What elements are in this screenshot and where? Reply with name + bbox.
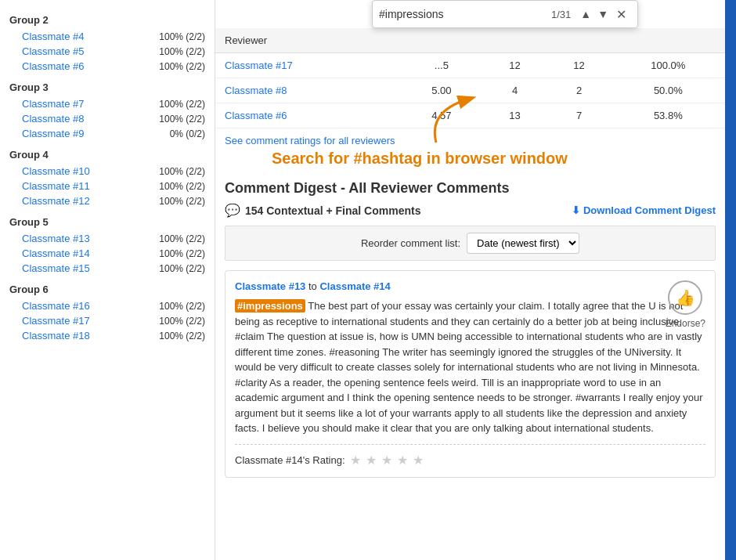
comment-icon: 💬 [225,203,240,218]
sidebar-item[interactable]: Classmate #5100% (2/2) [0,44,215,59]
sidebar-item[interactable]: Classmate #6100% (2/2) [0,59,215,74]
sidebar-item-score: 100% (2/2) [159,316,205,327]
sidebar-group-label: Group 3 [0,74,215,96]
sidebar-item[interactable]: Classmate #10100% (2/2) [0,164,215,179]
star-3: ★ [381,453,392,468]
arrow-graphic [413,96,507,150]
sidebar-item-name: Classmate #12 [22,195,90,207]
table-cell-3: 7 [547,103,612,128]
sidebar-item-score: 100% (2/2) [159,196,205,207]
count-text: 154 Contextual + Final Comments [245,204,420,217]
sidebar-item-score: 0% (0/2) [170,128,205,139]
search-count: 1/31 [551,9,571,20]
sidebar-item-score: 100% (2/2) [159,181,205,192]
sidebar-item-name: Classmate #13 [22,233,90,244]
rating-row: Classmate #14's Rating: ★ ★ ★ ★ ★ [235,453,705,468]
sidebar-item[interactable]: Classmate #8100% (2/2) [0,111,215,126]
sidebar-item-score: 100% (2/2) [159,248,205,259]
download-label: Download Comment Digest [583,204,716,216]
sidebar-item[interactable]: Classmate #16100% (2/2) [0,298,215,313]
reorder-bar: Reorder comment list: Date (newest first… [225,226,716,261]
sidebar-item-name: Classmate #11 [22,180,90,192]
search-next-button[interactable]: ▼ [594,6,612,22]
highlight-impressions: #impressions [235,299,305,313]
sidebar-item-score: 100% (2/2) [159,99,205,110]
star-4: ★ [397,453,408,468]
table-cell-4: 53.8% [612,103,725,128]
table-cell-3: 12 [547,53,612,78]
sidebar-item[interactable]: Classmate #90% (0/2) [0,126,215,141]
table-cell-4: 50.0% [612,78,725,103]
col-2 [400,28,482,53]
sidebar-item[interactable]: Classmate #14100% (2/2) [0,246,215,261]
star-5: ★ [413,453,424,468]
comment-digest-section: Comment Digest - All Reviewer Comments 💬… [215,171,725,478]
col-reviewer: Reviewer [215,28,400,53]
sidebar-item-name: Classmate #18 [22,330,90,341]
sidebar-item-score: 100% (2/2) [159,301,205,312]
table-cell-1: ...5 [400,53,482,78]
right-scrollbar-bar [725,0,736,560]
comment-body: The best part of your essay was certainl… [235,300,703,434]
star-1: ★ [350,453,361,468]
annotation-area: See comment ratings for all reviewers Se… [215,128,725,171]
sidebar-item-score: 100% (2/2) [159,233,205,244]
table-cell-0[interactable]: Classmate #8 [215,78,400,103]
rating-label: Classmate #14's Rating: [235,454,345,466]
sidebar-item-score: 100% (2/2) [159,46,205,57]
sidebar-item[interactable]: Classmate #13100% (2/2) [0,231,215,246]
download-comment-digest-link[interactable]: ⬇ Download Comment Digest [572,204,716,216]
col-3 [482,28,547,53]
sidebar-item-score: 100% (2/2) [159,61,205,72]
see-comment-ratings-link[interactable]: See comment ratings for all reviewers [225,135,395,146]
sidebar-item-score: 100% (2/2) [159,331,205,341]
comment-count: 💬 154 Contextual + Final Comments [225,203,420,218]
sidebar-item[interactable]: Classmate #7100% (2/2) [0,96,215,111]
sidebar-item[interactable]: Classmate #15100% (2/2) [0,261,215,276]
reorder-select[interactable]: Date (newest first) [467,233,579,254]
comment-digest-title: Comment Digest - All Reviewer Comments [225,180,716,197]
sidebar-item[interactable]: Classmate #4100% (2/2) [0,29,215,44]
sidebar-item-name: Classmate #4 [22,31,84,42]
sidebar-group-label: Group 6 [0,276,215,298]
endorse-circle: 👍 [668,280,702,315]
table-cell-0[interactable]: Classmate #6 [215,103,400,128]
reviewer-link[interactable]: Classmate #8 [225,85,287,96]
sidebar-item-name: Classmate #7 [22,98,84,110]
search-input[interactable] [379,8,551,20]
sidebar-item-name: Classmate #5 [22,45,84,57]
sidebar-item-score: 100% (2/2) [159,166,205,177]
comment-from-link[interactable]: Classmate #13 [235,280,305,292]
sidebar-item[interactable]: Classmate #12100% (2/2) [0,193,215,208]
search-bar: 1/31 ▲ ▼ ✕ [372,0,638,28]
table-cell-2: 12 [482,53,547,78]
sidebar-group-label: Group 2 [0,6,215,29]
sidebar-item-name: Classmate #16 [22,300,90,312]
table-row: Classmate #17...51212100.0% [215,53,725,78]
comment-card: Classmate #13 to Classmate #14 👍 Endorse… [225,270,716,478]
comment-digest-header: 💬 154 Contextual + Final Comments ⬇ Down… [225,203,716,218]
sidebar-item-score: 100% (2/2) [159,31,205,42]
comment-from-to: Classmate #13 to Classmate #14 [235,280,705,292]
sidebar-item-name: Classmate #14 [22,247,90,259]
download-icon: ⬇ [572,204,580,216]
search-close-button[interactable]: ✕ [612,5,631,23]
col-4 [547,28,612,53]
reviewer-link[interactable]: Classmate #17 [225,60,293,71]
star-2: ★ [366,453,377,468]
sidebar-item[interactable]: Classmate #18100% (2/2) [0,328,215,343]
sidebar-item-name: Classmate #8 [22,113,84,125]
reorder-label: Reorder comment list: [361,237,460,249]
main-content: 1/31 ▲ ▼ ✕ Reviewer Classmate #17...5121… [215,0,725,560]
endorse-button[interactable]: 👍 Endorse? [666,280,705,329]
comment-to-link[interactable]: Classmate #14 [319,280,390,292]
sidebar-item-name: Classmate #15 [22,262,90,274]
table-cell-0[interactable]: Classmate #17 [215,53,400,78]
endorse-label: Endorse? [666,318,705,329]
sidebar-item[interactable]: Classmate #17100% (2/2) [0,313,215,328]
search-prev-button[interactable]: ▲ [577,6,594,22]
sidebar-item-score: 100% (2/2) [159,114,205,125]
reviewer-link[interactable]: Classmate #6 [225,110,287,121]
sidebar: Group 2Classmate #4100% (2/2)Classmate #… [0,0,215,560]
sidebar-item[interactable]: Classmate #11100% (2/2) [0,179,215,193]
